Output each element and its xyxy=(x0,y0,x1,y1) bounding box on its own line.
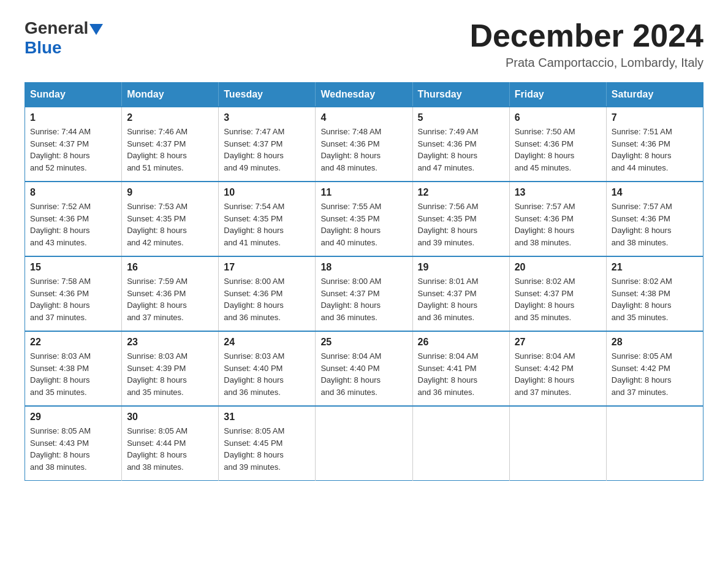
day-info: Sunrise: 7:59 AM Sunset: 4:36 PM Dayligh… xyxy=(127,275,213,323)
day-number: 25 xyxy=(320,337,407,348)
calendar-week-row: 1Sunrise: 7:44 AM Sunset: 4:37 PM Daylig… xyxy=(25,107,703,182)
day-info: Sunrise: 7:48 AM Sunset: 4:36 PM Dayligh… xyxy=(320,126,407,174)
calendar-day-cell: 31Sunrise: 8:05 AM Sunset: 4:45 PM Dayli… xyxy=(219,406,316,481)
day-info: Sunrise: 7:57 AM Sunset: 4:36 PM Dayligh… xyxy=(612,201,698,248)
day-number: 5 xyxy=(418,112,504,123)
day-number: 19 xyxy=(418,262,504,273)
calendar-day-cell: 19Sunrise: 8:01 AM Sunset: 4:37 PM Dayli… xyxy=(412,256,509,331)
day-number: 13 xyxy=(515,187,601,198)
month-title: December 2024 xyxy=(469,18,703,53)
day-info: Sunrise: 7:49 AM Sunset: 4:36 PM Dayligh… xyxy=(418,126,504,174)
day-info: Sunrise: 8:03 AM Sunset: 4:38 PM Dayligh… xyxy=(30,350,116,398)
day-info: Sunrise: 8:05 AM Sunset: 4:45 PM Dayligh… xyxy=(224,425,310,473)
day-info: Sunrise: 7:53 AM Sunset: 4:35 PM Dayligh… xyxy=(127,201,213,248)
calendar-day-cell: 1Sunrise: 7:44 AM Sunset: 4:37 PM Daylig… xyxy=(25,107,122,182)
calendar-day-cell xyxy=(509,406,606,481)
calendar-day-cell: 5Sunrise: 7:49 AM Sunset: 4:36 PM Daylig… xyxy=(412,107,509,182)
calendar-day-cell: 3Sunrise: 7:47 AM Sunset: 4:37 PM Daylig… xyxy=(219,107,316,182)
day-info: Sunrise: 7:46 AM Sunset: 4:37 PM Dayligh… xyxy=(127,126,213,174)
calendar-day-cell xyxy=(316,406,412,481)
col-tuesday: Tuesday xyxy=(219,83,316,107)
calendar-day-cell: 4Sunrise: 7:48 AM Sunset: 4:36 PM Daylig… xyxy=(316,107,412,182)
calendar-day-cell: 18Sunrise: 8:00 AM Sunset: 4:37 PM Dayli… xyxy=(316,256,412,331)
day-info: Sunrise: 8:00 AM Sunset: 4:37 PM Dayligh… xyxy=(320,275,407,323)
day-info: Sunrise: 7:57 AM Sunset: 4:36 PM Dayligh… xyxy=(515,201,601,248)
day-number: 2 xyxy=(127,112,213,123)
calendar-day-cell: 15Sunrise: 7:58 AM Sunset: 4:36 PM Dayli… xyxy=(25,256,122,331)
day-number: 21 xyxy=(612,262,698,273)
day-number: 15 xyxy=(30,262,116,273)
day-number: 22 xyxy=(30,337,116,348)
day-info: Sunrise: 8:03 AM Sunset: 4:39 PM Dayligh… xyxy=(127,350,213,398)
day-info: Sunrise: 7:52 AM Sunset: 4:36 PM Dayligh… xyxy=(30,201,116,248)
day-info: Sunrise: 8:04 AM Sunset: 4:40 PM Dayligh… xyxy=(320,350,407,398)
logo-blue-text: Blue xyxy=(25,38,62,58)
day-number: 10 xyxy=(224,187,310,198)
day-info: Sunrise: 7:54 AM Sunset: 4:35 PM Dayligh… xyxy=(224,201,310,248)
calendar-day-cell: 16Sunrise: 7:59 AM Sunset: 4:36 PM Dayli… xyxy=(122,256,219,331)
calendar-header-row: Sunday Monday Tuesday Wednesday Thursday… xyxy=(25,83,703,107)
day-number: 23 xyxy=(127,337,213,348)
logo-triangle-icon xyxy=(89,24,103,35)
day-number: 11 xyxy=(320,187,407,198)
day-info: Sunrise: 8:02 AM Sunset: 4:38 PM Dayligh… xyxy=(612,275,698,323)
calendar-day-cell: 14Sunrise: 7:57 AM Sunset: 4:36 PM Dayli… xyxy=(606,182,703,256)
calendar-day-cell: 17Sunrise: 8:00 AM Sunset: 4:36 PM Dayli… xyxy=(219,256,316,331)
day-number: 9 xyxy=(127,187,213,198)
day-info: Sunrise: 7:51 AM Sunset: 4:36 PM Dayligh… xyxy=(612,126,698,174)
calendar-day-cell: 2Sunrise: 7:46 AM Sunset: 4:37 PM Daylig… xyxy=(122,107,219,182)
day-number: 26 xyxy=(418,337,504,348)
calendar-day-cell: 6Sunrise: 7:50 AM Sunset: 4:36 PM Daylig… xyxy=(509,107,606,182)
calendar-day-cell: 23Sunrise: 8:03 AM Sunset: 4:39 PM Dayli… xyxy=(122,331,219,406)
day-number: 28 xyxy=(612,337,698,348)
col-wednesday: Wednesday xyxy=(316,83,412,107)
day-info: Sunrise: 7:47 AM Sunset: 4:37 PM Dayligh… xyxy=(224,126,310,174)
calendar-day-cell: 10Sunrise: 7:54 AM Sunset: 4:35 PM Dayli… xyxy=(219,182,316,256)
calendar-day-cell: 7Sunrise: 7:51 AM Sunset: 4:36 PM Daylig… xyxy=(606,107,703,182)
day-info: Sunrise: 8:05 AM Sunset: 4:44 PM Dayligh… xyxy=(127,425,213,473)
logo-general-text: General xyxy=(25,18,88,38)
col-sunday: Sunday xyxy=(25,83,122,107)
day-info: Sunrise: 8:03 AM Sunset: 4:40 PM Dayligh… xyxy=(224,350,310,398)
calendar-day-cell: 8Sunrise: 7:52 AM Sunset: 4:36 PM Daylig… xyxy=(25,182,122,256)
day-number: 18 xyxy=(320,262,407,273)
calendar-day-cell xyxy=(606,406,703,481)
day-info: Sunrise: 8:04 AM Sunset: 4:42 PM Dayligh… xyxy=(515,350,601,398)
calendar-day-cell: 29Sunrise: 8:05 AM Sunset: 4:43 PM Dayli… xyxy=(25,406,122,481)
day-number: 1 xyxy=(30,112,116,123)
day-info: Sunrise: 7:50 AM Sunset: 4:36 PM Dayligh… xyxy=(515,126,601,174)
col-monday: Monday xyxy=(122,83,219,107)
day-number: 17 xyxy=(224,262,310,273)
day-info: Sunrise: 8:05 AM Sunset: 4:42 PM Dayligh… xyxy=(612,350,698,398)
calendar-week-row: 8Sunrise: 7:52 AM Sunset: 4:36 PM Daylig… xyxy=(25,182,703,256)
day-number: 8 xyxy=(30,187,116,198)
day-info: Sunrise: 8:00 AM Sunset: 4:36 PM Dayligh… xyxy=(224,275,310,323)
calendar-day-cell: 21Sunrise: 8:02 AM Sunset: 4:38 PM Dayli… xyxy=(606,256,703,331)
calendar-day-cell: 12Sunrise: 7:56 AM Sunset: 4:35 PM Dayli… xyxy=(412,182,509,256)
day-number: 16 xyxy=(127,262,213,273)
calendar-day-cell: 26Sunrise: 8:04 AM Sunset: 4:41 PM Dayli… xyxy=(412,331,509,406)
day-number: 29 xyxy=(30,412,116,423)
calendar-day-cell: 27Sunrise: 8:04 AM Sunset: 4:42 PM Dayli… xyxy=(509,331,606,406)
day-info: Sunrise: 8:04 AM Sunset: 4:41 PM Dayligh… xyxy=(418,350,504,398)
calendar-day-cell: 30Sunrise: 8:05 AM Sunset: 4:44 PM Dayli… xyxy=(122,406,219,481)
calendar-day-cell xyxy=(412,406,509,481)
svg-marker-0 xyxy=(89,24,103,35)
day-info: Sunrise: 8:01 AM Sunset: 4:37 PM Dayligh… xyxy=(418,275,504,323)
day-number: 14 xyxy=(612,187,698,198)
day-info: Sunrise: 8:05 AM Sunset: 4:43 PM Dayligh… xyxy=(30,425,116,473)
day-number: 4 xyxy=(320,112,407,123)
calendar-day-cell: 28Sunrise: 8:05 AM Sunset: 4:42 PM Dayli… xyxy=(606,331,703,406)
calendar-table: Sunday Monday Tuesday Wednesday Thursday… xyxy=(25,82,703,481)
calendar-week-row: 15Sunrise: 7:58 AM Sunset: 4:36 PM Dayli… xyxy=(25,256,703,331)
logo: General Blue xyxy=(25,18,103,58)
day-number: 3 xyxy=(224,112,310,123)
day-number: 27 xyxy=(515,337,601,348)
calendar-day-cell: 20Sunrise: 8:02 AM Sunset: 4:37 PM Dayli… xyxy=(509,256,606,331)
day-number: 20 xyxy=(515,262,601,273)
calendar-week-row: 29Sunrise: 8:05 AM Sunset: 4:43 PM Dayli… xyxy=(25,406,703,481)
day-number: 30 xyxy=(127,412,213,423)
location-subtitle: Prata Camportaccio, Lombardy, Italy xyxy=(469,56,703,70)
day-number: 24 xyxy=(224,337,310,348)
col-saturday: Saturday xyxy=(606,83,703,107)
